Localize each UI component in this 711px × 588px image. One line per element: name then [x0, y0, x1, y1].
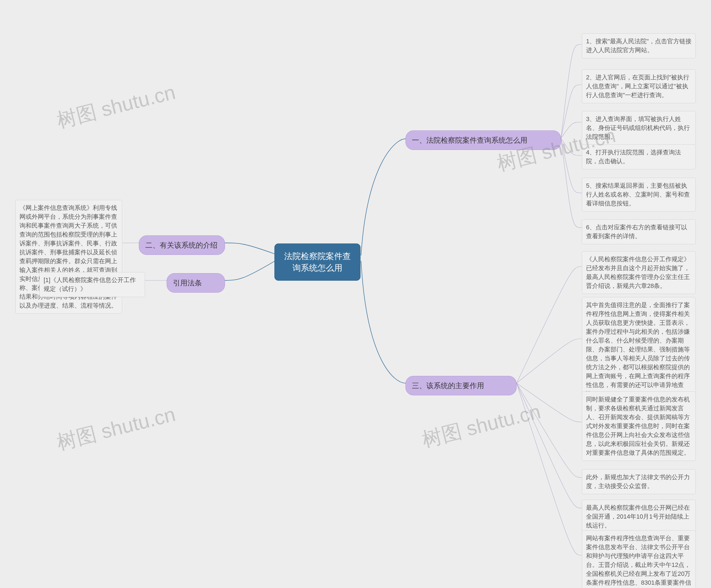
- watermark: 树图 shutu.cn: [54, 401, 178, 456]
- mindmap-canvas: 法院检察院案件查询系统怎么用 一、法院检察院案件查询系统怎么用 1、搜索"最高人…: [0, 0, 711, 588]
- center-node-text: 法院检察院案件查询系统怎么用: [284, 252, 351, 273]
- branch-1-label: 一、法院检察院案件查询系统怎么用: [412, 136, 527, 144]
- branch-4-leaf-3[interactable]: 同时新规健全了重要案件信息的发布机制，要求各级检察机关通过新闻发言人、召开新闻发…: [582, 391, 696, 461]
- branch-4-leaf-5[interactable]: 最高人民检察院案件信息公开网已经在全国开通，2014年10月1号开始陆续上线运行…: [582, 500, 696, 533]
- branch-3-label: 引用法条: [173, 279, 202, 287]
- branch-4[interactable]: 三、该系统的主要作用: [406, 376, 517, 395]
- branch-1-leaf-6-text: 6、点击对应案件右方的查看链接可以查看到案件的详情。: [586, 224, 687, 240]
- branch-1-leaf-4[interactable]: 4、打开执行法院范围，选择查询法院，点击确认。: [582, 144, 696, 169]
- branch-1-leaf-5[interactable]: 5、搜索结果返回界面，主要包括被执行人姓名或名称、立案时间、案号和查看详细信息按…: [582, 178, 696, 212]
- branch-1-leaf-6[interactable]: 6、点击对应案件右方的查看链接可以查看到案件的详情。: [582, 219, 696, 244]
- branch-1-leaf-5-text: 5、搜索结果返回界面，主要包括被执行人姓名或名称、立案时间、案号和查看详细信息按…: [586, 182, 690, 207]
- branch-4-leaf-6-text: 网站有案件程序性信息查询平台、重要案件信息发布平台、法律文书公开平台和辩护与代理…: [586, 535, 691, 588]
- branch-4-leaf-4-text: 此外，新规也加大了法律文书的公开力度，主动接受公众监督。: [586, 474, 690, 489]
- branch-4-leaf-3-text: 同时新规健全了重要案件信息的发布机制，要求各级检察机关通过新闻发言人、召开新闻发…: [586, 396, 690, 456]
- branch-3-leaf-1[interactable]: [1]《人民检察院案件信息公开工作规定（试行）》: [39, 272, 145, 297]
- watermark: 树图 shutu.cn: [54, 79, 178, 134]
- branch-3-leaf-1-text: [1]《人民检察院案件信息公开工作规定（试行）》: [44, 277, 136, 292]
- branch-1-leaf-4-text: 4、打开执行法院范围，选择查询法院，点击确认。: [586, 149, 681, 165]
- branch-4-leaf-2[interactable]: 其中首先值得注意的是，全面推行了案件程序性信息网上查询，使得案件相关人员获取信息…: [582, 297, 696, 402]
- branch-1-leaf-1[interactable]: 1、搜索"最高人民法院"，点击官方链接进入人民法院官方网站。: [582, 33, 696, 58]
- branch-1-leaf-1-text: 1、搜索"最高人民法院"，点击官方链接进入人民法院官方网站。: [586, 38, 692, 53]
- branch-4-leaf-6[interactable]: 网站有案件程序性信息查询平台、重要案件信息发布平台、法律文书公开平台和辩护与代理…: [582, 530, 696, 588]
- branch-4-leaf-1-text: 《人民检察院案件信息公开工作规定》已经发布并且自这个月起开始实施了，最高人民检察…: [586, 256, 690, 289]
- branch-1-leaf-3[interactable]: 3、进入查询界面，填写被执行人姓名、身份证号码或组织机构代码，执行法院范围。: [582, 111, 696, 145]
- branch-2[interactable]: 二、有关该系统的介绍: [139, 235, 225, 255]
- center-node[interactable]: 法院检察院案件查询系统怎么用: [274, 243, 361, 281]
- watermark: 树图 shutu.cn: [419, 398, 543, 453]
- branch-2-label: 二、有关该系统的介绍: [145, 241, 217, 249]
- branch-4-leaf-1[interactable]: 《人民检察院案件信息公开工作规定》已经发布并且自这个月起开始实施了，最高人民检察…: [582, 251, 696, 294]
- branch-1[interactable]: 一、法院检察院案件查询系统怎么用: [406, 130, 561, 150]
- branch-4-leaf-5-text: 最高人民检察院案件信息公开网已经在全国开通，2014年10月1号开始陆续上线运行…: [586, 504, 690, 529]
- branch-1-leaf-3-text: 3、进入查询界面，填写被执行人姓名、身份证号码或组织机构代码，执行法院范围。: [586, 115, 690, 140]
- branch-1-leaf-2-text: 2、进入官网后，在页面上找到"被执行人信息查询"，网上立案可以通过"被执行人信息…: [586, 74, 689, 99]
- branch-4-label: 三、该系统的主要作用: [412, 382, 484, 390]
- branch-4-leaf-4[interactable]: 此外，新规也加大了法律文书的公开力度，主动接受公众监督。: [582, 469, 696, 494]
- branch-4-leaf-2-text: 其中首先值得注意的是，全面推行了案件程序性信息网上查询，使得案件相关人员获取信息…: [586, 302, 690, 397]
- branch-1-leaf-2[interactable]: 2、进入官网后，在页面上找到"被执行人信息查询"，网上立案可以通过"被执行人信息…: [582, 69, 696, 103]
- branch-3[interactable]: 引用法条: [167, 273, 225, 292]
